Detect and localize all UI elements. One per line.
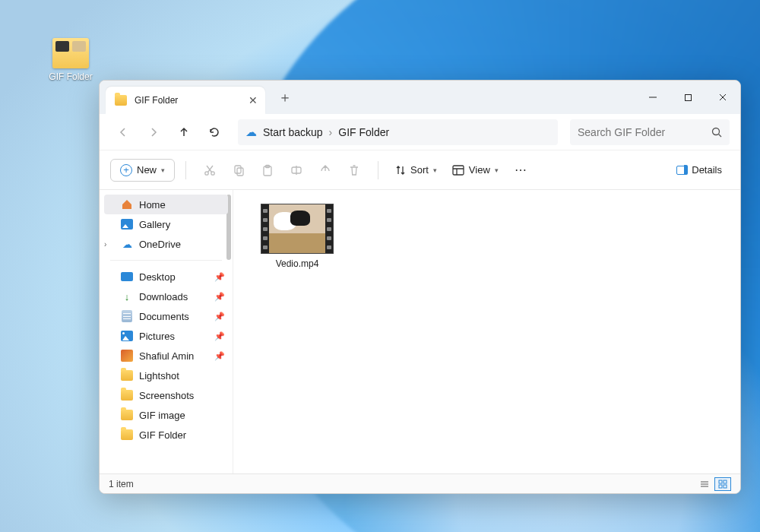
- details-pane-icon: [676, 166, 687, 175]
- status-bar: 1 item: [100, 473, 740, 493]
- svg-line-5: [719, 134, 722, 137]
- sort-label: Sort: [410, 164, 429, 176]
- cloud-icon: ☁: [245, 125, 257, 139]
- folder-icon: [121, 429, 133, 441]
- sidebar-item-label: Desktop: [139, 271, 176, 283]
- forward-button[interactable]: [141, 119, 166, 145]
- gallery-icon: [121, 218, 133, 230]
- sidebar-item-label: Screenshots: [139, 390, 194, 401]
- search-box[interactable]: [570, 119, 730, 145]
- breadcrumb-root[interactable]: Start backup: [263, 126, 323, 138]
- tab-gif-folder[interactable]: GIF Folder ✕: [106, 87, 265, 114]
- chevron-right-icon[interactable]: ›: [104, 240, 106, 249]
- pin-icon: 📌: [214, 331, 225, 341]
- address-toolbar: ☁ Start backup › GIF Folder: [100, 114, 740, 150]
- sidebar-item-home[interactable]: Home: [104, 195, 228, 214]
- pin-icon: 📌: [214, 312, 225, 321]
- cut-button[interactable]: [197, 157, 223, 183]
- copy-button[interactable]: [226, 157, 252, 183]
- new-button[interactable]: + New ▾: [110, 159, 175, 182]
- svg-rect-22: [719, 480, 722, 483]
- svg-rect-1: [685, 94, 691, 100]
- pictures-icon: [121, 330, 133, 342]
- file-explorer-window: GIF Folder ✕ ＋ ☁ Start backup › GIF Fold…: [99, 80, 741, 494]
- close-window-button[interactable]: [705, 81, 740, 114]
- chevron-down-icon: ▾: [161, 166, 165, 174]
- sidebar-item-label: OneDrive: [139, 239, 181, 250]
- view-label: View: [469, 164, 490, 176]
- svg-rect-25: [724, 485, 727, 488]
- sidebar-item-downloads[interactable]: ↓ Downloads 📌: [100, 287, 233, 306]
- documents-icon: [121, 310, 133, 322]
- folder-icon: [121, 409, 133, 421]
- new-tab-button[interactable]: ＋: [274, 87, 296, 108]
- back-button[interactable]: [110, 119, 136, 145]
- download-icon: ↓: [121, 290, 133, 302]
- titlebar[interactable]: GIF Folder ✕ ＋: [100, 81, 740, 114]
- pin-icon: 📌: [214, 292, 225, 302]
- sidebar-item-label: GIF Folder: [139, 429, 186, 441]
- folder-thumbnail-icon: [52, 38, 89, 68]
- sidebar-item-label: Gallery: [139, 219, 170, 230]
- sort-button[interactable]: Sort ▾: [389, 160, 443, 180]
- pin-icon: 📌: [214, 272, 225, 282]
- file-item-video[interactable]: Vedio.mp4: [252, 204, 343, 269]
- svg-rect-24: [719, 485, 722, 488]
- plus-circle-icon: +: [120, 164, 132, 176]
- sidebar-item-label: GIF image: [139, 410, 185, 421]
- details-label: Details: [692, 164, 722, 176]
- more-button[interactable]: ⋯: [508, 157, 534, 183]
- delete-button[interactable]: [341, 157, 367, 183]
- view-icon: [452, 165, 464, 176]
- sidebar-item-gif-image[interactable]: GIF image: [100, 405, 233, 425]
- view-button[interactable]: View ▾: [446, 160, 505, 180]
- sidebar-item-gallery[interactable]: Gallery: [100, 214, 233, 234]
- rename-button[interactable]: [283, 157, 309, 183]
- sidebar-item-gif-folder[interactable]: GIF Folder: [100, 425, 233, 445]
- explorer-body: Home Gallery › ☁ OneDrive Desktop 📌 ↓ Do…: [100, 190, 740, 473]
- sidebar-item-onedrive[interactable]: › ☁ OneDrive: [100, 234, 233, 254]
- sidebar-item-label: Lightshot: [139, 370, 179, 382]
- details-pane-button[interactable]: Details: [669, 160, 730, 180]
- sidebar-item-lightshot[interactable]: Lightshot: [100, 366, 233, 385]
- pin-icon: 📌: [214, 351, 225, 361]
- folder-icon: [115, 95, 127, 106]
- search-input[interactable]: [578, 126, 711, 138]
- details-view-toggle[interactable]: [696, 477, 713, 491]
- sidebar-item-label: Home: [139, 199, 166, 211]
- desktop-shortcut-label: GIF Folder: [49, 71, 92, 82]
- video-thumbnail-icon: [261, 204, 334, 254]
- up-button[interactable]: [171, 119, 197, 145]
- sidebar-item-label: Shafiul Amin: [139, 350, 194, 362]
- divider: [378, 161, 378, 179]
- chevron-down-icon: ▾: [495, 166, 499, 174]
- close-tab-icon[interactable]: ✕: [249, 96, 258, 105]
- new-label: New: [137, 164, 157, 176]
- folder-icon: [121, 389, 133, 401]
- refresh-button[interactable]: [201, 119, 227, 145]
- file-list-pane[interactable]: Vedio.mp4: [233, 190, 740, 473]
- breadcrumb-current[interactable]: GIF Folder: [338, 126, 389, 138]
- sidebar-item-pictures[interactable]: Pictures 📌: [100, 326, 233, 346]
- sidebar-item-documents[interactable]: Documents 📌: [100, 306, 233, 326]
- share-button[interactable]: [312, 157, 338, 183]
- minimize-button[interactable]: [635, 81, 670, 114]
- desktop-shortcut-gif-folder[interactable]: GIF Folder: [42, 38, 100, 82]
- paste-button[interactable]: [255, 157, 280, 183]
- sidebar-item-user[interactable]: Shafiul Amin 📌: [100, 346, 233, 366]
- thumbnails-view-toggle[interactable]: [714, 477, 731, 491]
- item-count-label: 1 item: [109, 479, 134, 489]
- sidebar-item-screenshots[interactable]: Screenshots: [100, 385, 233, 405]
- folder-icon: [121, 369, 133, 382]
- file-name-label: Vedio.mp4: [276, 258, 319, 269]
- maximize-button[interactable]: [670, 81, 705, 114]
- sidebar-item-desktop[interactable]: Desktop 📌: [100, 267, 233, 287]
- navigation-sidebar: Home Gallery › ☁ OneDrive Desktop 📌 ↓ Do…: [100, 190, 233, 473]
- tab-title: GIF Folder: [135, 95, 241, 106]
- onedrive-icon: ☁: [121, 238, 133, 250]
- svg-rect-10: [235, 166, 241, 173]
- user-folder-icon: [121, 350, 133, 362]
- search-icon[interactable]: [711, 127, 722, 138]
- breadcrumb[interactable]: ☁ Start backup › GIF Folder: [238, 119, 558, 145]
- chevron-right-icon: ›: [329, 126, 333, 138]
